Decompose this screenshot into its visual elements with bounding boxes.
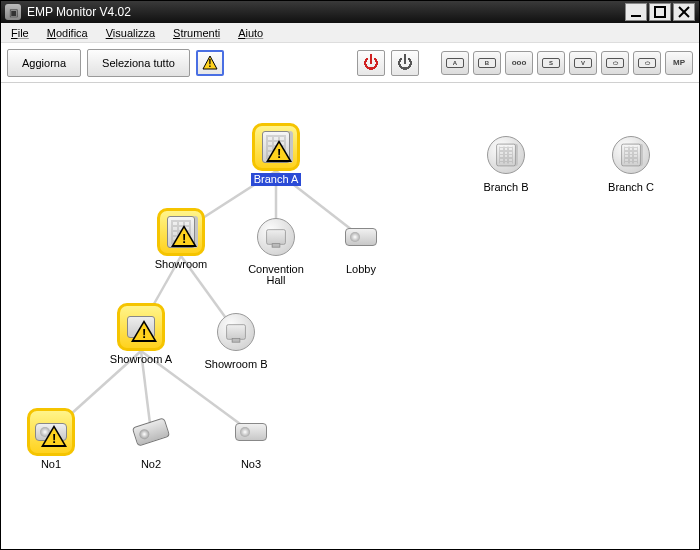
node-label: Showroom [152,258,211,271]
power-off-button[interactable]: ⏻ [391,50,419,76]
port-a-button[interactable]: A [441,51,469,75]
monitor-icon: ! [117,303,165,351]
node-label: No2 [138,458,164,471]
node-branch-b[interactable]: Branch B [466,131,546,194]
building-circle-icon [482,131,530,179]
node-label: Convention Hall [245,263,307,287]
port-v-button[interactable]: V [569,51,597,75]
node-no3[interactable]: No3 [211,408,291,471]
node-label: Lobby [343,263,379,276]
monitor-circle-icon [212,308,260,356]
node-label: Branch A [251,173,302,186]
menu-view[interactable]: Visualizza [106,27,155,39]
port-c2-button[interactable]: ⬭ [633,51,661,75]
port-s-button[interactable]: S [537,51,565,75]
svg-rect-1 [655,7,665,17]
port-ooo-button[interactable]: ooo [505,51,533,75]
power-on-button[interactable]: ⏻ [357,50,385,76]
menu-tools[interactable]: Strumenti [173,27,220,39]
port-mp-button[interactable]: MP [665,51,693,75]
projector-icon [337,213,385,261]
app-icon: ▣ [5,4,21,20]
port-b-button[interactable]: B [473,51,501,75]
node-convention[interactable]: Convention Hall [236,213,316,287]
close-button[interactable] [673,3,695,21]
menu-edit[interactable]: Modifica [47,27,88,39]
node-no2[interactable]: No2 [111,408,191,471]
node-showroom-a[interactable]: !Showroom A [101,303,181,366]
refresh-button[interactable]: Aggiorna [7,49,81,77]
node-label: No3 [238,458,264,471]
building-icon: ! [252,123,300,171]
building-icon: ! [157,208,205,256]
projector-tilt-icon [127,408,175,456]
node-lobby[interactable]: Lobby [321,213,401,276]
maximize-button[interactable] [649,3,671,21]
node-label: Showroom B [202,358,271,371]
menu-file[interactable]: File [11,27,29,39]
monitor-circle-icon [252,213,300,261]
port-c1-button[interactable]: ⬭ [601,51,629,75]
projector-icon [227,408,275,456]
node-label: Branch B [480,181,531,194]
tree-canvas[interactable]: !Branch ABranch BBranch C!ShowroomConven… [1,83,699,550]
node-label: Branch C [605,181,657,194]
menu-help[interactable]: Aiuto [238,27,263,39]
node-showroom-b[interactable]: Showroom B [196,308,276,371]
menubar: File Modifica Visualizza Strumenti Aiuto [1,23,699,43]
node-branch-c[interactable]: Branch C [591,131,671,194]
warning-filter-button[interactable]: ! [196,50,224,76]
node-branch-a[interactable]: !Branch A [236,123,316,186]
node-label: No1 [38,458,64,471]
minimize-button[interactable] [625,3,647,21]
svg-text:!: ! [208,58,211,69]
window-title: EMP Monitor V4.02 [27,5,625,19]
port-buttons: A B ooo S V ⬭ ⬭ MP [441,51,693,75]
node-showroom[interactable]: !Showroom [141,208,221,271]
select-all-button[interactable]: Seleziona tutto [87,49,190,77]
toolbar: Aggiorna Seleziona tutto ! ⏻ ⏻ A B ooo S… [1,43,699,83]
projector-icon: ! [27,408,75,456]
building-circle-icon [607,131,655,179]
titlebar: ▣ EMP Monitor V4.02 [1,1,699,23]
node-label: Showroom A [107,353,175,366]
node-no1[interactable]: !No1 [11,408,91,471]
